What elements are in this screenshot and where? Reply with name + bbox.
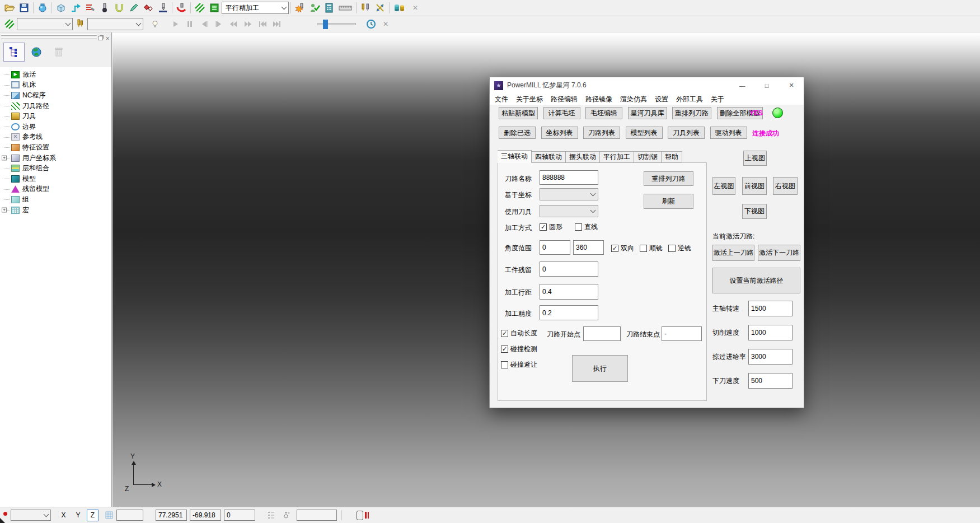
dialog-tab[interactable]: 三轴联动 — [498, 150, 532, 163]
start-point-input[interactable] — [583, 326, 621, 341]
close-button[interactable]: ✕ — [779, 77, 804, 94]
pattern-icon[interactable] — [126, 1, 141, 15]
axis-lock-button[interactable]: Y — [72, 510, 84, 521]
panel-grip[interactable] — [1, 34, 97, 36]
speed-input[interactable] — [748, 349, 793, 365]
calculator-icon[interactable] — [322, 1, 336, 15]
panel-close-icon[interactable] — [105, 34, 110, 42]
xyz-list-icon[interactable] — [264, 508, 279, 522]
lightbulb-icon[interactable] — [148, 17, 162, 31]
tool-gold-icon[interactable] — [73, 17, 87, 31]
fast-forward-icon[interactable] — [241, 17, 255, 31]
mode-checkbox[interactable]: 直线 — [575, 222, 598, 232]
save-icon[interactable] — [17, 1, 31, 15]
angle-from-input[interactable] — [540, 240, 570, 255]
clock-icon[interactable] — [364, 17, 378, 31]
grid-size-input[interactable] — [116, 510, 143, 521]
go-start-icon[interactable] — [255, 17, 270, 31]
execute-button[interactable]: 执行 — [572, 355, 628, 382]
menu-item[interactable]: 外部工具 — [672, 95, 707, 104]
checkbox-icon[interactable] — [611, 245, 618, 252]
tree-item[interactable]: 组 — [1, 194, 111, 205]
go-end-icon[interactable] — [270, 17, 284, 31]
featureset-icon[interactable] — [141, 1, 156, 15]
step-back-icon[interactable] — [197, 17, 212, 31]
pause-icon[interactable] — [182, 17, 197, 31]
toolpath-spring-icon[interactable] — [2, 17, 17, 31]
checkbox-icon[interactable] — [668, 245, 676, 252]
panel-float-icon[interactable] — [98, 36, 103, 40]
toolpath-select-combobox[interactable] — [17, 18, 73, 30]
slider-handle[interactable] — [323, 20, 328, 29]
grid-icon[interactable] — [102, 508, 116, 522]
dialog-button[interactable]: 刀具列表 — [668, 127, 705, 139]
tool-burst-icon[interactable] — [293, 1, 307, 15]
tool-select-combobox[interactable] — [87, 18, 143, 30]
angle-to-input[interactable] — [573, 240, 604, 255]
device-icon[interactable] — [357, 511, 363, 520]
rearrange-toolpaths-button[interactable]: 重排列刀路 — [644, 171, 693, 186]
tree-item[interactable]: 激活 — [1, 69, 111, 80]
dialog-button[interactable]: 毛坯编辑 — [585, 107, 622, 119]
tab-explorer-tree[interactable] — [3, 43, 25, 62]
collision-checkbox[interactable]: 碰撞避让 — [501, 360, 537, 370]
collision-checkbox[interactable]: 碰撞检测 — [501, 344, 537, 354]
strategy-list-icon[interactable] — [207, 1, 222, 15]
tree-item[interactable]: 刀具 — [1, 111, 111, 122]
dialog-button[interactable]: 坐标列表 — [541, 127, 578, 139]
dialog-button[interactable]: 刀路列表 — [583, 127, 620, 139]
info-input[interactable] — [297, 510, 337, 521]
coordinate-input[interactable] — [156, 510, 187, 521]
view-right-button[interactable]: 右视图 — [773, 177, 798, 195]
dialog-tab[interactable]: 平行加工 — [600, 151, 634, 163]
checkbox-icon[interactable] — [501, 345, 508, 353]
speed-input[interactable] — [748, 325, 793, 340]
dialog-button[interactable]: 粘贴新模型 — [499, 107, 538, 119]
probe-icon[interactable] — [279, 508, 293, 522]
tolerance-input[interactable] — [540, 305, 598, 320]
menu-item[interactable]: 关于坐标 — [512, 95, 547, 104]
tree-item[interactable]: 模型 — [1, 174, 111, 184]
view-front-button[interactable]: 前视图 — [742, 177, 767, 195]
simulation-speed-slider[interactable] — [317, 23, 356, 25]
coord-combobox[interactable] — [540, 188, 598, 200]
menu-item[interactable]: 路径镜像 — [582, 95, 616, 104]
toolpath-strategy-icon[interactable] — [68, 1, 83, 15]
mode-checkbox[interactable]: 圆形 — [540, 222, 562, 232]
dialog-tab[interactable]: 摆头联动 — [566, 151, 600, 163]
checkbox-icon[interactable] — [540, 223, 547, 231]
dialog-tab[interactable]: 切割锯 — [634, 151, 662, 163]
tool-ball-icon[interactable] — [97, 1, 112, 15]
speed-input[interactable] — [748, 373, 793, 389]
ruler-icon[interactable] — [336, 1, 354, 15]
view-bottom-button[interactable]: 下视图 — [742, 204, 767, 219]
checkbox-icon[interactable] — [575, 223, 582, 231]
auto-length-checkbox[interactable]: 自动长度 — [501, 329, 537, 338]
checkbox-icon[interactable] — [501, 361, 508, 368]
dialog-button[interactable]: 删除已选 — [499, 127, 536, 139]
play-icon[interactable] — [168, 17, 182, 31]
checkbox-icon[interactable] — [501, 330, 508, 337]
menu-item[interactable]: 关于 — [707, 95, 728, 104]
viewmill-icon[interactable] — [35, 1, 50, 15]
direction-checkbox[interactable]: 逆铣 — [668, 244, 691, 253]
menu-item[interactable]: 文件 — [491, 95, 512, 104]
tree-item[interactable]: 残留模型 — [1, 184, 111, 195]
step-forward-icon[interactable] — [212, 17, 226, 31]
tree-item[interactable]: NC程序 — [1, 90, 111, 101]
transform-icon[interactable] — [373, 1, 387, 15]
resize-grip[interactable] — [0, 518, 5, 523]
block-icon[interactable] — [54, 1, 68, 15]
collision-check-icon[interactable] — [174, 1, 189, 15]
dialog-button[interactable]: 驱动列表 — [710, 127, 747, 139]
axis-lock-button[interactable]: Z — [87, 510, 99, 521]
speed-input[interactable] — [748, 301, 793, 316]
axis-lock-button[interactable]: X — [58, 510, 69, 521]
rewind-icon[interactable] — [226, 17, 241, 31]
toolpath-tool-icon[interactable] — [156, 1, 170, 15]
activate-prev-toolpath-button[interactable]: 激活上一刀路 — [712, 245, 754, 261]
toolbar-close-icon[interactable] — [378, 17, 393, 31]
tree-item[interactable]: 刀具路径 — [1, 101, 111, 111]
tree-item[interactable]: 宏 — [1, 205, 111, 216]
direction-checkbox[interactable]: 顺铣 — [640, 244, 663, 253]
